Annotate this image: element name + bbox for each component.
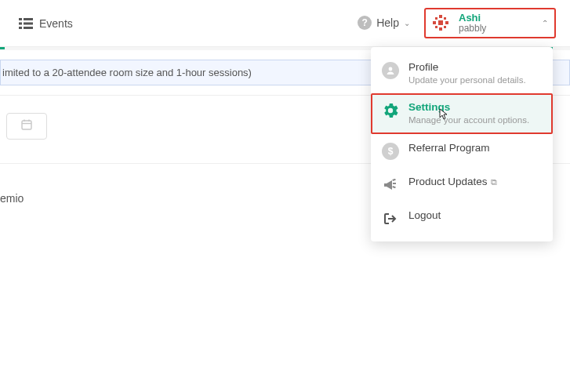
user-menu-trigger[interactable]: Ashi pabbly ⌃ — [424, 8, 556, 38]
events-label: Events — [39, 17, 73, 30]
menu-item-referral[interactable]: $ Referral Program — [371, 134, 553, 168]
menu-subtitle: Update your personal details. — [408, 74, 526, 85]
svg-rect-3 — [24, 22, 33, 24]
chevron-down-icon: ⌄ — [404, 19, 410, 27]
list-icon — [19, 18, 33, 29]
user-org: pabbly — [459, 24, 486, 34]
menu-item-settings[interactable]: Settings Manage your account options. — [371, 93, 553, 133]
events-nav[interactable]: Events — [19, 17, 73, 30]
svg-rect-15 — [22, 121, 31, 129]
svg-rect-5 — [24, 27, 33, 29]
svg-point-19 — [389, 67, 393, 71]
svg-rect-1 — [24, 18, 33, 20]
menu-title: Logout — [408, 209, 441, 223]
menu-subtitle: Manage your account options. — [408, 114, 529, 125]
menu-item-logout[interactable]: Logout — [371, 201, 553, 235]
logout-icon — [382, 210, 399, 227]
external-link-icon: ⧉ — [491, 177, 497, 187]
help-label: Help — [376, 16, 399, 29]
dollar-icon: $ — [382, 143, 399, 160]
megaphone-icon — [382, 176, 399, 194]
menu-item-updates[interactable]: Product Updates⧉ — [371, 168, 553, 201]
gear-icon — [382, 102, 399, 119]
event-title: emio — [0, 192, 24, 205]
menu-title: Product Updates⧉ — [408, 176, 497, 189]
svg-rect-14 — [438, 20, 443, 25]
svg-rect-6 — [439, 15, 442, 18]
menu-item-profile[interactable]: Profile Update your personal details. — [371, 53, 553, 93]
svg-rect-8 — [433, 21, 436, 24]
svg-rect-9 — [445, 21, 448, 24]
svg-rect-13 — [444, 26, 446, 28]
help-dropdown[interactable]: ? Help ⌄ — [358, 16, 410, 30]
calendar-icon — [20, 118, 33, 134]
svg-rect-20 — [393, 183, 396, 184]
date-picker[interactable] — [6, 113, 47, 140]
svg-rect-0 — [19, 18, 22, 20]
menu-title: Profile — [408, 61, 526, 74]
svg-rect-11 — [444, 17, 446, 20]
topbar: Events ? Help ⌄ Ashi — [0, 0, 570, 47]
svg-rect-7 — [439, 27, 442, 31]
user-menu: Profile Update your personal details. Se… — [371, 47, 553, 241]
svg-rect-4 — [19, 27, 22, 29]
svg-rect-10 — [435, 17, 437, 20]
menu-title: Settings — [408, 101, 529, 114]
svg-rect-2 — [19, 22, 22, 24]
user-name: Ashi — [459, 13, 486, 24]
topbar-right: ? Help ⌄ Ashi pabbly ⌃ — [358, 8, 570, 38]
avatar — [430, 13, 451, 33]
svg-rect-21 — [392, 186, 395, 188]
menu-title: Referral Program — [408, 142, 490, 155]
svg-rect-12 — [435, 26, 437, 28]
person-icon — [382, 62, 399, 79]
chevron-up-icon: ⌃ — [542, 19, 548, 27]
question-icon: ? — [358, 16, 372, 30]
svg-rect-22 — [392, 179, 395, 181]
user-texts: Ashi pabbly — [459, 13, 486, 34]
